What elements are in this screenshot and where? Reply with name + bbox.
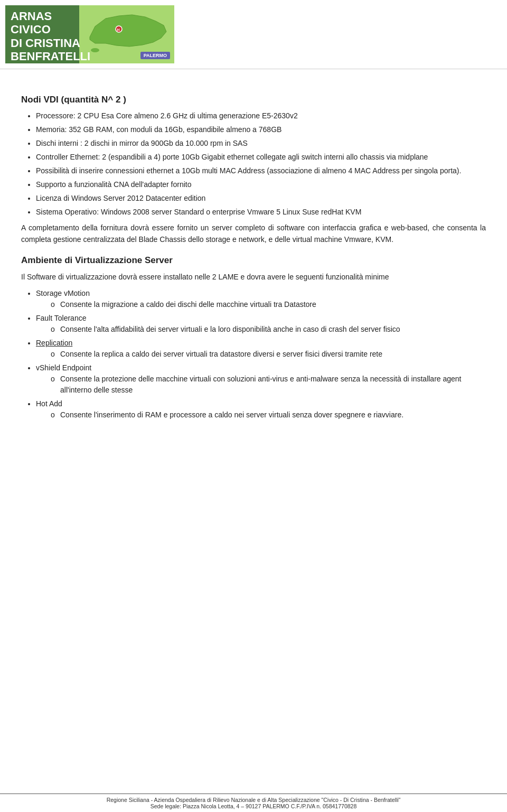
org-line4: BENFRATELLI <box>11 50 90 63</box>
list-item-fault-tolerance: Fault Tolerance Consente l'alta affidabi… <box>36 313 486 335</box>
header: H ARNAS CIVICO DI CRISTINA BENFRATELLI A… <box>0 0 507 69</box>
sub-list: Consente l'alta affidabilità dei server … <box>51 324 486 335</box>
sub-list-item: Consente la protezione delle macchine vi… <box>51 374 486 396</box>
list-item: Licenza di Windows Server 2012 Datacente… <box>36 193 486 204</box>
replication-label: Replication <box>36 339 72 347</box>
sub-list: Consente la protezione delle macchine vi… <box>51 374 486 396</box>
logo-box: H ARNAS CIVICO DI CRISTINA BENFRATELLI A… <box>5 5 174 63</box>
list-item: Sistema Operativo: Windows 2008 server S… <box>36 207 486 218</box>
sub-list-item: Consente l'alta affidabilità dei server … <box>51 324 486 335</box>
list-item: Processore: 2 CPU Esa Core almeno 2.6 GH… <box>36 110 486 122</box>
list-item-vshield: vShield Endpoint Consente la protezione … <box>36 362 486 396</box>
logo-text: ARNAS CIVICO DI CRISTINA BENFRATELLI AZI… <box>11 10 126 63</box>
sub-list-item: Consente l'inserimento di RAM e processo… <box>51 409 486 421</box>
page: H ARNAS CIVICO DI CRISTINA BENFRATELLI A… <box>0 0 507 812</box>
section1-list: Processore: 2 CPU Esa Core almeno 2.6 GH… <box>36 110 486 218</box>
section1-title: Nodi VDI (quantità N^ 2 ) <box>21 95 486 105</box>
section2-title: Ambiente di Virtualizzazione Server <box>21 255 486 266</box>
list-item: Controller Ethernet: 2 (espandibili a 4)… <box>36 152 486 163</box>
main-content: Nodi VDI (quantità N^ 2 ) Processore: 2 … <box>0 80 507 430</box>
sub-list: Consente la replica a caldo dei server v… <box>51 349 486 360</box>
sub-list: Consente l'inserimento di RAM e processo… <box>51 409 486 421</box>
list-item: Dischi interni : 2 dischi in mirror da 9… <box>36 138 486 149</box>
list-item: Supporto a funzionalità CNA dell'adapter… <box>36 179 486 190</box>
sub-list-item: Consente la replica a caldo dei server v… <box>51 349 486 360</box>
list-item-replication: Replication Consente la replica a caldo … <box>36 338 486 360</box>
list-item: Memoria: 352 GB RAM, con moduli da 16Gb,… <box>36 124 486 135</box>
sub-list: Consente la migrazione a caldo dei disch… <box>51 299 486 310</box>
org-line1: ARNAS <box>11 10 52 23</box>
list-item: Possibilità di inserire connessioni ethe… <box>36 165 486 176</box>
org-line3: DI CRISTINA <box>11 36 80 50</box>
list-item-storage-vmotion: Storage vMotion Consente la migrazione a… <box>36 288 486 310</box>
section2-list: Storage vMotion Consente la migrazione a… <box>36 288 486 421</box>
footer-line2: Sede legale: Piazza Nicola Leotta, 4 – 9… <box>11 803 496 809</box>
footer-line1: Regione Siciliana - Azienda Ospedaliera … <box>11 797 496 803</box>
palermo-badge: PALERMO <box>140 52 170 59</box>
sub-list-item: Consente la migrazione a caldo dei disch… <box>51 299 486 310</box>
section2-intro: Il Software di virtualizzazione dovrà es… <box>21 271 486 283</box>
list-item-hot-add: Hot Add Consente l'inserimento di RAM e … <box>36 398 486 421</box>
paragraph1: A completamento della fornitura dovrà es… <box>21 222 486 246</box>
org-line2: CIVICO <box>11 23 51 36</box>
footer: Regione Siciliana - Azienda Ospedaliera … <box>0 794 507 812</box>
